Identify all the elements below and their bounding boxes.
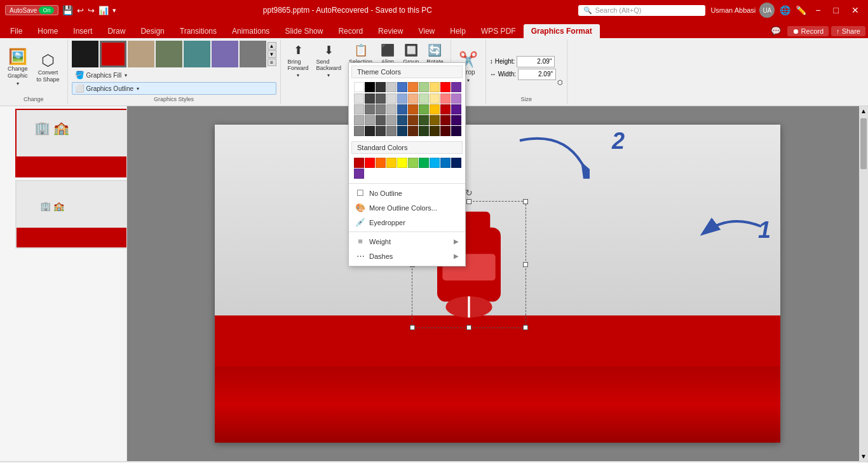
handle-bot-right[interactable] — [523, 325, 528, 330]
tab-record[interactable]: Record — [330, 24, 370, 38]
dashes-item[interactable]: ⋯ Dashes ▶ — [349, 249, 465, 263]
autosave-toggle[interactable]: AutoSave On — [5, 5, 58, 15]
undo-icon[interactable]: ↩ — [77, 6, 84, 15]
slide-thumb-1[interactable]: 🏢 🏫 — [15, 109, 127, 177]
bring-forward-button[interactable]: ⬆ BringForward ▾ — [285, 41, 312, 81]
scroll-up-btn[interactable]: ▲ — [268, 42, 276, 50]
minimize-btn[interactable]: − — [811, 5, 824, 15]
tint-3-6[interactable] — [408, 115, 418, 125]
maximize-btn[interactable]: □ — [830, 5, 843, 15]
vertical-scrollbar[interactable]: ▲ ▼ — [859, 106, 868, 461]
more-btn[interactable]: ≡ — [268, 59, 276, 66]
no-outline-item[interactable]: ☐ No Outline — [349, 186, 465, 200]
tint-4-1[interactable] — [354, 126, 364, 136]
color-white[interactable] — [354, 82, 364, 92]
std-dark-blue[interactable] — [451, 158, 461, 168]
std-red[interactable] — [365, 158, 375, 168]
tint-4-8[interactable] — [430, 126, 440, 136]
tint-3-2[interactable] — [365, 115, 375, 125]
tab-insert[interactable]: Insert — [65, 24, 100, 38]
avatar[interactable]: UA — [759, 3, 775, 18]
tint-3-10[interactable] — [451, 115, 461, 125]
tint-2-6[interactable] — [408, 104, 418, 114]
tint-3-7[interactable] — [419, 115, 429, 125]
convert-shape-button[interactable]: ⬡ Convertto Shape — [33, 50, 64, 86]
tint-1-9[interactable] — [440, 93, 451, 104]
style-swatch-5[interactable] — [184, 41, 210, 67]
outline-dropdown-menu[interactable]: Theme Colors — [348, 62, 466, 266]
tab-graphicsformat[interactable]: Graphics Format — [524, 24, 600, 38]
graphics-fill-button[interactable]: 🪣 Graphics Fill ▾ — [72, 69, 276, 81]
tint-2-8[interactable] — [430, 104, 440, 114]
tint-2-3[interactable] — [376, 104, 386, 114]
width-input[interactable] — [518, 69, 556, 80]
tint-4-7[interactable] — [419, 126, 429, 136]
tint-3-3[interactable] — [376, 115, 386, 125]
height-input[interactable] — [517, 56, 555, 67]
style-swatch-2[interactable] — [100, 41, 126, 67]
tint-2-9[interactable] — [440, 104, 451, 114]
tab-file[interactable]: File — [3, 24, 30, 38]
graphics-outline-button[interactable]: ⬜ Graphics Outline ▾ — [72, 82, 276, 95]
tab-animations[interactable]: Animations — [224, 24, 277, 38]
tab-wpspdf[interactable]: WPS PDF — [473, 24, 524, 38]
handle-bot-mid[interactable] — [466, 325, 471, 330]
tint-1-1[interactable] — [354, 93, 364, 104]
tab-slideshow[interactable]: Slide Show — [277, 24, 330, 38]
tab-help[interactable]: Help — [442, 24, 473, 38]
tint-1-10[interactable] — [451, 93, 461, 104]
tint-2-2[interactable] — [365, 104, 375, 114]
color-dark1[interactable] — [376, 82, 386, 92]
std-orange[interactable] — [376, 158, 386, 168]
tint-4-5[interactable] — [397, 126, 407, 136]
tint-1-6[interactable] — [408, 93, 418, 104]
save-icon[interactable]: 💾 — [62, 5, 73, 15]
comment-icon[interactable]: 💬 — [767, 24, 785, 38]
tint-1-8[interactable] — [430, 93, 440, 104]
std-bright-yellow[interactable] — [397, 158, 407, 168]
redo-icon[interactable]: ↪ — [88, 6, 95, 15]
style-swatch-3[interactable] — [128, 41, 154, 67]
color-yellow1[interactable] — [430, 82, 440, 92]
style-swatch-6[interactable] — [212, 41, 238, 67]
scroll-down-arrow[interactable]: ▼ — [859, 452, 868, 461]
color-red1[interactable] — [440, 82, 451, 92]
send-backward-button[interactable]: ⬇ SendBackward ▾ — [313, 41, 345, 81]
scrollbar-thumb[interactable] — [860, 118, 867, 169]
tint-4-9[interactable] — [440, 126, 451, 136]
close-btn[interactable]: ✕ — [848, 5, 863, 15]
color-blue1[interactable] — [397, 82, 407, 92]
tab-draw[interactable]: Draw — [100, 24, 133, 38]
share-button[interactable]: ↑ Share — [831, 26, 865, 36]
handle-mid-right[interactable] — [523, 262, 528, 267]
tint-2-4[interactable] — [386, 104, 397, 114]
tint-1-4[interactable] — [386, 93, 397, 104]
style-swatch-4[interactable] — [156, 41, 182, 67]
tab-home[interactable]: Home — [30, 24, 65, 38]
handle-top-right[interactable] — [523, 199, 528, 204]
std-green[interactable] — [419, 158, 429, 168]
slide-area[interactable]: 1 2 — [215, 125, 780, 443]
color-light1[interactable] — [386, 82, 397, 92]
handle-bot-left[interactable] — [410, 325, 415, 330]
std-purple[interactable] — [354, 169, 364, 179]
eyedropper-item[interactable]: 💉 Eyedropper — [349, 215, 465, 230]
record-button[interactable]: ⏺ Record — [787, 26, 829, 36]
tint-2-10[interactable] — [451, 104, 461, 114]
tint-1-7[interactable] — [419, 93, 429, 104]
rotate-handle[interactable]: ↻ — [465, 188, 473, 198]
tint-1-3[interactable] — [376, 93, 386, 104]
tint-4-3[interactable] — [376, 126, 386, 136]
weight-item[interactable]: ≡ Weight ▶ — [349, 234, 465, 249]
color-black[interactable] — [365, 82, 375, 92]
tab-transitions[interactable]: Transitions — [172, 24, 224, 38]
tint-3-8[interactable] — [430, 115, 440, 125]
tab-design[interactable]: Design — [133, 24, 172, 38]
size-expand-icon[interactable]: ⬡ — [557, 79, 563, 86]
tint-3-5[interactable] — [397, 115, 407, 125]
color-orange1[interactable] — [408, 82, 418, 92]
scroll-down-btn[interactable]: ▼ — [268, 50, 276, 58]
std-light-blue[interactable] — [430, 158, 440, 168]
tint-4-2[interactable] — [365, 126, 375, 136]
tint-4-4[interactable] — [386, 126, 397, 136]
